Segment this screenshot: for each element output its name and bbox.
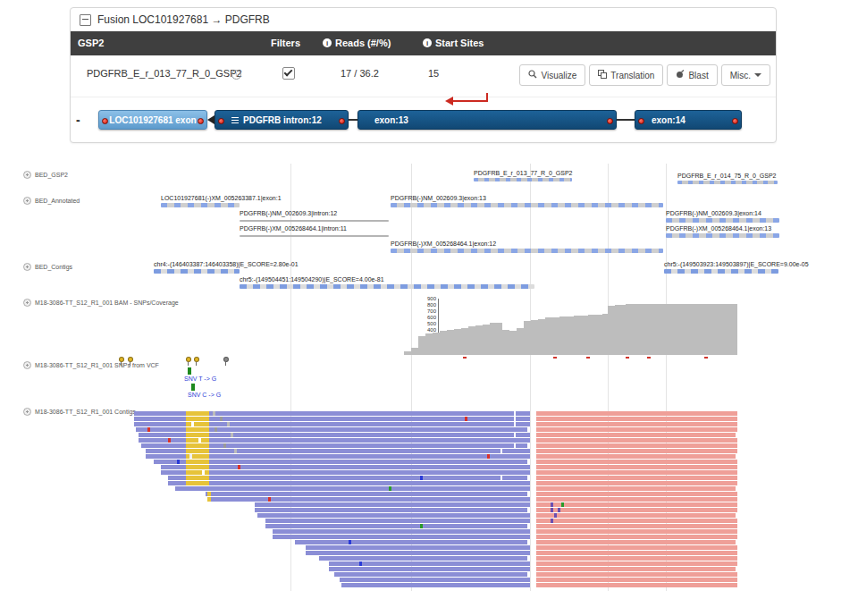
- feature-bar[interactable]: [664, 269, 778, 274]
- snv-mark[interactable]: [188, 367, 191, 375]
- vcf-pin-stem: [188, 362, 189, 366]
- feature-label: chr5:-(149503923:149503897)|E_SCORE=9.00…: [664, 261, 809, 267]
- snp-column-mark: [186, 417, 209, 421]
- read-mark: [168, 438, 171, 443]
- snp-column-mark: [186, 443, 209, 448]
- read-segment: [536, 433, 736, 437]
- gear-icon[interactable]: [23, 171, 31, 179]
- gear-icon[interactable]: [23, 299, 31, 307]
- exon-label: PDGFRB intron:12: [243, 115, 322, 125]
- feature-bar[interactable]: [240, 284, 534, 289]
- feature-bar[interactable]: [666, 233, 779, 238]
- feature-bar[interactable]: [240, 220, 389, 222]
- feature-bar[interactable]: [666, 218, 779, 223]
- read-segment: [536, 417, 737, 421]
- snp-tick: [704, 357, 708, 359]
- coverage-bar: [411, 348, 418, 355]
- read-mark: [207, 492, 211, 496]
- coverage-bar: [454, 329, 461, 355]
- read-segment: [536, 556, 737, 561]
- vcf-pin-icon[interactable]: [128, 357, 133, 362]
- coverage-axis-label: 500: [416, 321, 436, 326]
- coverage-bar: [615, 305, 626, 355]
- read-mark: [558, 508, 560, 512]
- read-segment: [273, 535, 530, 539]
- coverage-bar: [524, 321, 531, 355]
- coverage-bar: [552, 317, 559, 355]
- snp-column-mark: [186, 465, 209, 469]
- snp-column-mark: [186, 460, 209, 464]
- read-segment: [257, 513, 530, 518]
- feature-bar[interactable]: [391, 249, 663, 253]
- vcf-pin-icon[interactable]: [119, 357, 124, 362]
- read-segment: [161, 470, 530, 475]
- breakpoint-dot-icon: [638, 118, 644, 124]
- read-segment: [329, 567, 530, 571]
- feature-bar[interactable]: [154, 269, 240, 274]
- gear-icon[interactable]: [23, 361, 31, 369]
- genome-browser: BED_GSP2BED_AnnotatedBED_ContigsM18-3086…: [0, 0, 858, 616]
- read-mark: [465, 417, 467, 421]
- read-mark: [514, 443, 516, 448]
- feature-label: LOC101927681(-)XM_005263387.1|exon:1: [161, 195, 282, 201]
- read-mark: [220, 417, 223, 421]
- track-name: BED_GSP2: [35, 172, 68, 178]
- gear-icon[interactable]: [23, 197, 31, 205]
- read-mark: [514, 433, 516, 437]
- track-label: BED_Annotated: [23, 197, 80, 205]
- coverage-bar: [588, 315, 595, 355]
- read-segment: [341, 583, 530, 587]
- breakpoint-dot-icon: [732, 118, 738, 124]
- exon-label: LOC101927681 exon: [109, 115, 196, 125]
- coverage-bar: [502, 330, 509, 355]
- coverage-bar: [574, 316, 581, 355]
- read-segment: [536, 443, 737, 448]
- read-mark: [487, 454, 490, 459]
- snp-column-mark: [186, 411, 209, 416]
- read-mark: [561, 502, 564, 507]
- feature-label: chr5:-(149504451:149504290)|E_SCORE=4.00…: [240, 276, 384, 283]
- snp-column-mark: [186, 449, 209, 453]
- coverage-bar: [475, 325, 483, 355]
- breakpoint-dot-icon: [218, 118, 224, 124]
- read-segment: [536, 449, 737, 453]
- read-mark: [551, 508, 553, 512]
- coverage-bar: [531, 320, 538, 355]
- read-segment: [255, 508, 527, 512]
- read-mark: [554, 513, 557, 518]
- read-segment: [536, 411, 737, 416]
- coverage-bar: [517, 328, 524, 355]
- coverage-bar: [404, 351, 411, 355]
- vcf-pin-icon[interactable]: [186, 357, 191, 362]
- read-segment: [306, 551, 530, 555]
- read-mark: [189, 454, 192, 459]
- feature-bar[interactable]: [161, 203, 240, 207]
- gear-icon[interactable]: [23, 408, 31, 416]
- feature-bar[interactable]: [391, 203, 663, 207]
- read-mark: [551, 519, 553, 523]
- vcf-pin-stem: [225, 362, 226, 366]
- read-segment: [207, 497, 530, 502]
- feature-label: PDGFRB(-)XM_005268464.1|intron:11: [240, 225, 347, 232]
- read-mark: [420, 476, 423, 480]
- read-mark: [177, 460, 180, 464]
- read-segment: [536, 524, 737, 528]
- vcf-pin-icon[interactable]: [223, 357, 229, 362]
- feature-bar[interactable]: [677, 181, 778, 184]
- feature-bar[interactable]: [474, 178, 572, 181]
- read-mark: [389, 486, 391, 491]
- read-mark: [198, 438, 201, 443]
- feature-label: PDGFRB_E_r_013_77_R_0_GSP2: [474, 170, 573, 176]
- read-segment: [536, 545, 737, 550]
- read-segment: [536, 481, 737, 485]
- vcf-pin-icon[interactable]: [194, 357, 199, 362]
- feature-label: PDGFRB(-)NM_002609.3|exon:14: [666, 210, 761, 216]
- snv-mark[interactable]: [191, 384, 195, 391]
- read-segment: [319, 556, 527, 561]
- snp-tick: [647, 357, 651, 359]
- track-label: M18-3086-TT_S12_R1_001 BAM - SNPs/Covera…: [23, 299, 179, 307]
- track-name: M18-3086-TT_S12_R1_001 Contigs: [35, 409, 136, 415]
- read-mark: [147, 427, 150, 432]
- gear-icon[interactable]: [23, 263, 31, 271]
- feature-bar[interactable]: [240, 235, 389, 237]
